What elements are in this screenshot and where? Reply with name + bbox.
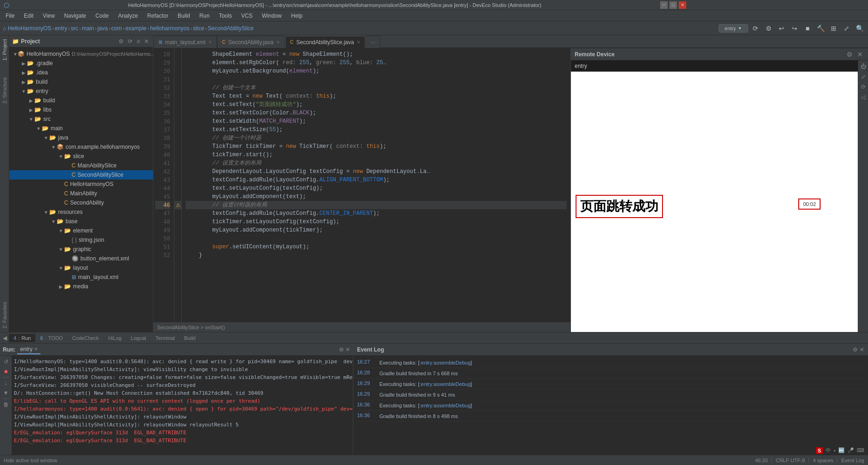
left-tab-project[interactable]: 1: Project <box>0 35 9 64</box>
tree-item-hello[interactable]: C HelloHarmonyOS <box>9 179 153 189</box>
crumb-com[interactable]: com <box>111 25 122 32</box>
left-side-expand-icon[interactable]: ◀ <box>3 335 7 341</box>
expand-arrow-entry[interactable]: ▼ <box>20 89 27 94</box>
run-close-icon[interactable]: ✕ <box>345 346 350 353</box>
event-link-0[interactable]: :entry:assembleDebug <box>419 360 470 365</box>
remote-close-icon[interactable]: ✕ <box>856 51 864 58</box>
hide-tool-window-label[interactable]: Hide active tool window <box>4 458 57 463</box>
menu-run[interactable]: Run <box>195 11 214 20</box>
line-col-indicator[interactable]: 46:20 <box>755 458 768 463</box>
tree-item-entry-build[interactable]: ▶ 📂 build <box>9 96 153 105</box>
tree-item-main-slice[interactable]: C MainAbilitySlice <box>9 161 153 170</box>
tree-item-slice[interactable]: ▼ 📂 slice <box>9 152 153 161</box>
run-clear-icon[interactable]: 🗑 <box>2 400 10 409</box>
menu-code[interactable]: Code <box>91 11 113 20</box>
tree-item-button-xml[interactable]: 🔘 button_element.xml <box>9 254 153 263</box>
expand-arrow-src[interactable]: ▼ <box>28 117 34 122</box>
tree-item-root[interactable]: ▼ 📦 HelloHarmonyOS D:\HarmonyOSProject\H… <box>9 49 153 59</box>
event-log-status[interactable]: Event Log <box>841 458 864 463</box>
crumb-entry[interactable]: entry <box>55 25 67 32</box>
expand-arrow-root[interactable]: ▼ <box>13 52 18 57</box>
expand-arrow-slice[interactable]: ▼ <box>58 154 64 159</box>
tab-close-main-layout[interactable]: ✕ <box>208 40 212 45</box>
menu-window[interactable]: Window <box>257 11 286 20</box>
menu-refactor[interactable]: Refactor <box>143 11 173 20</box>
menu-tools[interactable]: Tools <box>214 11 237 20</box>
layout-icon[interactable]: ⊞ <box>828 23 839 34</box>
project-collapse-icon[interactable]: ≡ <box>135 38 141 45</box>
tree-item-package[interactable]: ▼ 📦 com.example.helloharmonyos <box>9 142 153 152</box>
run-config-button[interactable]: entry ▼ <box>719 24 748 33</box>
run-filter-icon[interactable]: ▼ <box>2 389 10 397</box>
tree-item-src[interactable]: ▼ 📂 src <box>9 114 153 124</box>
btab-hilog[interactable]: HiLog <box>104 334 126 342</box>
tree-item-gradle[interactable]: ▶ 📂 .gradle <box>9 59 153 68</box>
tree-item-base[interactable]: ▼ 📂 base <box>9 217 153 226</box>
redo-icon[interactable]: ↪ <box>789 23 800 34</box>
tree-item-build[interactable]: ▶ 📂 build <box>9 77 153 86</box>
expand-arrow-libs[interactable]: ▶ <box>28 107 34 113</box>
event-link-4[interactable]: :entry:assembleDebug <box>419 403 470 408</box>
event-settings-icon[interactable]: ⚙ <box>853 346 858 353</box>
tree-item-string-json[interactable]: { } string.json <box>9 235 153 245</box>
menu-vcs[interactable]: VCS <box>237 11 258 20</box>
crumb-src[interactable]: src <box>71 25 78 32</box>
tree-item-main-layout[interactable]: ⊞ main_layout.xml <box>9 272 153 282</box>
expand-arrow-media[interactable]: ▶ <box>58 284 64 289</box>
remote-power-icon[interactable]: ⏻ <box>859 62 868 71</box>
btab-run[interactable]: 4: Run <box>9 334 35 342</box>
crumb-second[interactable]: SecondAbilitySlice <box>208 25 254 32</box>
expand-arrow-base[interactable]: ▼ <box>50 219 57 224</box>
tree-item-idea[interactable]: ▶ 📂 .idea <box>9 68 153 77</box>
remote-settings-icon[interactable]: ⚙ <box>845 51 854 58</box>
run-entry-tab[interactable]: entry ✕ <box>17 345 40 354</box>
code-text[interactable]: ShapeElement element = new ShapeElement(… <box>182 48 570 322</box>
expand-arrow-package[interactable]: ▼ <box>50 145 57 150</box>
minimize-button[interactable]: ─ <box>660 1 668 9</box>
crumb-helloharmonyos[interactable]: HelloHarmonyOS <box>8 25 51 32</box>
crumb-slice[interactable]: slice <box>193 25 204 32</box>
tree-item-graphic[interactable]: ▼ 📂 graphic <box>9 245 153 254</box>
menu-file[interactable]: File <box>1 11 19 20</box>
tree-item-entry[interactable]: ▼ 📂 entry <box>9 86 153 96</box>
tab-second-ability-slice[interactable]: C SecondAbilitySlice.java ✕ <box>285 36 365 48</box>
expand-arrow-layout[interactable]: ▼ <box>58 266 64 271</box>
crumb-main[interactable]: main <box>82 25 94 32</box>
tab-more[interactable]: ··· <box>365 36 380 48</box>
menu-build[interactable]: Build <box>173 11 195 20</box>
tree-item-java[interactable]: ▼ 📂 java <box>9 133 153 142</box>
tab-main-layout[interactable]: ⊞ main_layout.xml ✕ <box>153 36 217 48</box>
run-scroll-end-icon[interactable]: ↓ <box>2 379 10 387</box>
tree-item-libs[interactable]: ▶ 📂 libs <box>9 105 153 114</box>
menu-help[interactable]: Help <box>286 11 307 20</box>
expand-arrow-java[interactable]: ▼ <box>43 135 49 140</box>
expand-arrow-resources[interactable]: ▼ <box>43 210 49 215</box>
tab-second-ability[interactable]: C SecondAbility.java ✕ <box>217 36 285 48</box>
crumb-example[interactable]: example <box>126 25 146 32</box>
expand-arrow-idea[interactable]: ▶ <box>20 70 27 75</box>
remote-maximize-icon[interactable]: ⤢ <box>859 73 868 81</box>
run-entry-close[interactable]: ✕ <box>34 346 38 352</box>
tab-close-second-ability-slice[interactable]: ✕ <box>357 40 360 45</box>
encoding-indicator[interactable]: CRLF UTF-8 <box>775 458 805 463</box>
tree-item-media[interactable]: ▶ 📂 media <box>9 282 153 291</box>
close-button[interactable]: ✕ <box>679 1 686 9</box>
expand-arrow-graphic[interactable]: ▼ <box>58 247 64 252</box>
btab-terminal[interactable]: Terminal <box>151 334 179 342</box>
tab-close-second-ability[interactable]: ✕ <box>276 40 280 45</box>
event-link-2[interactable]: :entry:assembleDebug <box>419 381 470 387</box>
crumb-helloharmonyos2[interactable]: helloharmonyos <box>150 25 190 32</box>
tree-item-main-ability[interactable]: C MainAbility <box>9 189 153 198</box>
settings-icon[interactable]: ⚙ <box>763 23 774 34</box>
indentation-indicator[interactable]: 4 spaces <box>813 458 833 463</box>
project-settings-icon[interactable]: ⚙ <box>117 38 125 45</box>
left-tab-favorites[interactable]: 2: Favorites <box>0 298 9 332</box>
menu-navigate[interactable]: Navigate <box>60 11 91 20</box>
expand-arrow-element[interactable]: ▼ <box>58 228 64 233</box>
menu-view[interactable]: View <box>38 11 60 20</box>
stop-icon[interactable]: ■ <box>802 23 813 34</box>
maximize-button[interactable]: □ <box>669 1 677 9</box>
expand-arrow-build[interactable]: ▶ <box>20 80 27 85</box>
project-close-icon[interactable]: ✕ <box>143 38 150 45</box>
menu-analyze[interactable]: Analyze <box>113 11 143 20</box>
